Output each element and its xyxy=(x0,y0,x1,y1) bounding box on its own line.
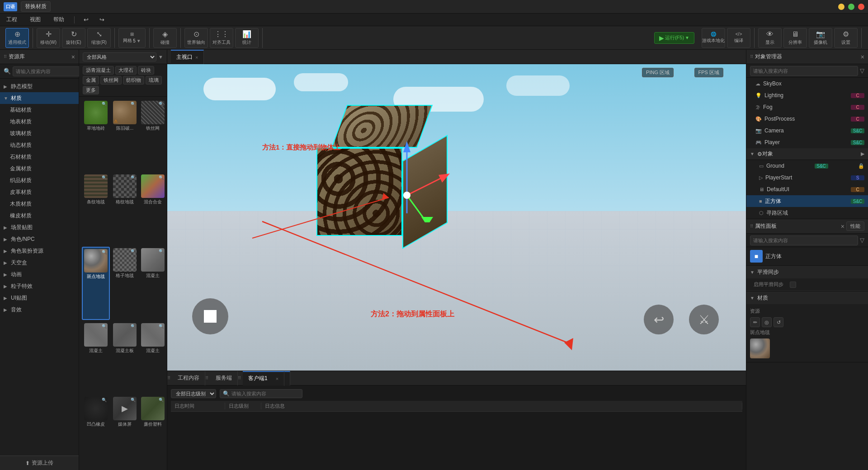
joystick-btn[interactable] xyxy=(192,298,228,334)
list-item[interactable]: 🔍 ⚠ 陈旧破... xyxy=(112,99,138,171)
list-item[interactable]: 🔍 格纹地毯 xyxy=(112,173,138,245)
tree-item-static-model[interactable]: ▶ 静态模型 xyxy=(0,80,79,92)
action-btn-1[interactable]: ↩ xyxy=(644,305,674,334)
tree-item-particle[interactable]: ▶ 粒子特效 xyxy=(0,280,79,292)
settings-btn[interactable]: ⚙ 设置 xyxy=(834,28,858,48)
style-filter-select[interactable]: 全部风格 xyxy=(83,52,156,61)
tree-item-scene-map[interactable]: ▶ 场景贴图 xyxy=(0,221,79,233)
grid-btn[interactable]: ⊞ 网格 5 ▼ xyxy=(118,28,146,48)
list-item[interactable]: 🔍 条纹地毯 xyxy=(82,173,110,245)
viewport[interactable]: 方法1：直接拖动到物体上 PING 区域 FPS 区域 ↩ ⚔ xyxy=(167,64,746,371)
world-axis-btn[interactable]: ⊙ 世界轴向 xyxy=(184,28,208,48)
list-item[interactable]: 🔍 混凝土 xyxy=(140,322,166,394)
vp-tab-close[interactable]: × xyxy=(195,55,198,60)
compile-btn[interactable]: </> 编译 xyxy=(727,28,750,48)
obj-section-objects[interactable]: ▼ ⚙ 对象 ▶ xyxy=(746,148,868,160)
tree-item-metal-mat[interactable]: 金属材质 xyxy=(0,163,79,174)
tree-item-terrain-mat[interactable]: 地表材质 xyxy=(0,116,79,127)
scale-btn[interactable]: ⤡ 缩放(R) xyxy=(87,28,111,48)
tag-asphalt[interactable]: 沥青混凝土 xyxy=(83,66,114,75)
list-item-selected[interactable]: 🔍 斑点地毯 xyxy=(82,247,110,320)
maximize-btn[interactable] xyxy=(848,4,854,10)
prop-filter-btn[interactable]: ▽ xyxy=(860,237,864,244)
tree-item-fabric-mat[interactable]: 织品材质 xyxy=(0,174,79,186)
tree-item-glass-mat[interactable]: 玻璃材质 xyxy=(0,127,79,139)
tag-wire[interactable]: 铁丝网 xyxy=(100,76,122,85)
obj-item-skybox[interactable]: ☁ SkyBox xyxy=(746,78,868,89)
material-section-header[interactable]: ▼ 材质 xyxy=(746,291,868,304)
tag-brick[interactable]: 砖块 xyxy=(138,66,154,75)
tag-glaze[interactable]: 琉璃 xyxy=(146,76,162,85)
tree-item-rubber-mat[interactable]: 橡皮材质 xyxy=(0,210,79,221)
mode-btn[interactable]: ⊕ 通用模式 xyxy=(5,28,29,48)
close-btn[interactable] xyxy=(858,4,864,10)
menu-view[interactable]: 视图 xyxy=(27,15,43,24)
align-btn[interactable]: ⋮⋮ 对齐工具 xyxy=(210,28,233,48)
menu-project[interactable]: 工程 xyxy=(4,15,20,24)
minimize-btn[interactable] xyxy=(838,4,844,10)
list-item[interactable]: 🔍 ▶ 媒体屏 xyxy=(112,395,138,467)
tab-project-content[interactable]: 工程内容 xyxy=(172,371,205,385)
tab-server[interactable]: 服务端 xyxy=(210,371,238,385)
mat-edit-btn[interactable]: ✏ xyxy=(750,317,760,327)
performance-btn[interactable]: 性能 xyxy=(846,221,864,231)
obj-item-postprocess[interactable]: 🎨 PostProcess C xyxy=(746,113,868,125)
redo-btn[interactable]: ↪ xyxy=(98,15,106,24)
obj-item-fog[interactable]: 🌫 Fog C xyxy=(746,101,868,113)
upload-button[interactable]: ⬆ 资源上传 xyxy=(0,456,79,470)
obj-item-player[interactable]: 🎮 Player S&C xyxy=(746,136,868,148)
smooth-sync-header[interactable]: ▼ 平滑同步 xyxy=(746,266,868,278)
obj-item-camera[interactable]: 📷 Camera S&C xyxy=(746,125,868,136)
rotate-btn[interactable]: ↻ 旋转(E) xyxy=(62,28,85,48)
obj-search-input[interactable] xyxy=(750,66,858,76)
list-item[interactable]: 🔍 格子地毯 xyxy=(112,247,138,320)
asset-search-input[interactable] xyxy=(13,66,81,76)
list-item[interactable]: 🔍 凹凸橡皮 xyxy=(82,395,110,467)
stats-btn[interactable]: 📊 统计 xyxy=(235,28,259,48)
camera-btn[interactable]: 📷 摄像机 xyxy=(809,28,832,48)
tag-metal[interactable]: 金属 xyxy=(83,76,99,85)
list-item[interactable]: 🔍 混合合金 xyxy=(140,173,166,245)
asset-panel-close[interactable]: × xyxy=(71,53,75,61)
tag-marble[interactable]: 大理石 xyxy=(115,66,137,75)
tree-item-stone-mat[interactable]: 石材材质 xyxy=(0,151,79,163)
tree-item-skybox[interactable]: ▶ 天空盒 xyxy=(0,257,79,268)
obj-item-playerstart[interactable]: ▷ PlayerStart S xyxy=(746,172,868,183)
resolution-btn[interactable]: 🖥 分辨率 xyxy=(783,28,807,48)
obj-item-ground[interactable]: ▭ Ground S&C 🔒 xyxy=(746,160,868,172)
obj-panel-close[interactable]: × xyxy=(861,53,864,61)
action-btn-2[interactable]: ⚔ xyxy=(689,305,719,334)
obj-item-navarea[interactable]: ⬡ 寻路区域 xyxy=(746,207,868,219)
title-tab[interactable]: 替换材质 xyxy=(21,1,51,12)
tree-item-sfx[interactable]: ▶ 音效 xyxy=(0,304,79,315)
list-item[interactable]: 🔍 混凝土 xyxy=(140,247,166,320)
obj-item-lighting[interactable]: 💡 Lighting C xyxy=(746,89,868,101)
tree-item-npc[interactable]: ▶ 角色/NPC xyxy=(0,233,79,245)
display-btn[interactable]: 👁 显示 xyxy=(758,28,782,48)
tree-item-dynamic-mat[interactable]: 动态材质 xyxy=(0,139,79,151)
undo-btn[interactable]: ↩ xyxy=(82,15,90,24)
list-item[interactable]: 🔍 铁丝网 xyxy=(140,99,166,171)
log-search-input[interactable] xyxy=(231,391,299,396)
tree-item-animation[interactable]: ▶ 动画 xyxy=(0,268,79,280)
list-item[interactable]: 🔍 廉价塑料 xyxy=(140,395,166,467)
tree-item-costume[interactable]: ▶ 角色装扮资源 xyxy=(0,245,79,257)
tag-more[interactable]: 更多 xyxy=(83,86,99,94)
tab-main-viewport[interactable]: 主视口 × xyxy=(171,50,204,64)
smoothsync-checkbox[interactable] xyxy=(790,282,796,288)
run-btn[interactable]: ▶ 运行(F5) ▼ xyxy=(654,32,694,44)
log-level-select[interactable]: 全部日志级别 xyxy=(171,389,216,398)
localize-btn[interactable]: 🌐 游戏本地化 xyxy=(702,28,725,48)
tab-client1[interactable]: 客户端1 × xyxy=(243,371,290,385)
menu-help[interactable]: 帮助 xyxy=(51,15,67,24)
prop-panel-close[interactable]: × xyxy=(841,223,844,230)
move-btn[interactable]: ✛ 移动(W) xyxy=(37,28,60,48)
mat-locate-btn[interactable]: ◎ xyxy=(762,317,772,327)
collision-btn[interactable]: ◈ 碰撞 xyxy=(153,28,177,48)
mat-refresh-btn[interactable]: ↺ xyxy=(774,317,783,327)
prop-mat-thumb[interactable] xyxy=(750,338,770,358)
tree-item-material[interactable]: ▼ 材质 xyxy=(0,92,79,104)
tab-client1-close[interactable]: × xyxy=(270,371,284,386)
list-item[interactable]: 🔍 草地地砖 xyxy=(82,99,110,171)
list-item[interactable]: 🔍 混凝土板 xyxy=(112,322,138,394)
